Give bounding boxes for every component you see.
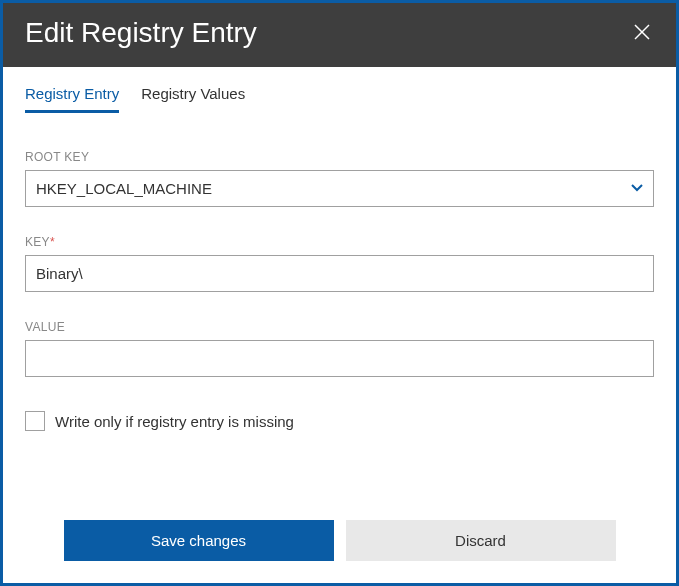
key-field: KEY* [25, 235, 654, 292]
dialog-header: Edit Registry Entry [3, 3, 676, 67]
tab-registry-entry[interactable]: Registry Entry [25, 85, 119, 113]
dialog-title: Edit Registry Entry [25, 17, 257, 49]
root-key-select-wrapper [25, 170, 654, 207]
key-input[interactable] [25, 255, 654, 292]
root-key-field: ROOT KEY [25, 150, 654, 207]
write-only-checkbox[interactable] [25, 411, 45, 431]
dialog-body: Registry Entry Registry Values ROOT KEY … [3, 67, 676, 583]
root-key-select[interactable] [25, 170, 654, 207]
key-label: KEY* [25, 235, 654, 249]
write-only-row: Write only if registry entry is missing [25, 411, 654, 431]
edit-registry-dialog: Edit Registry Entry Registry Entry Regis… [0, 0, 679, 586]
required-marker: * [50, 235, 55, 249]
discard-button[interactable]: Discard [346, 520, 616, 561]
tab-bar: Registry Entry Registry Values [25, 85, 654, 114]
root-key-label: ROOT KEY [25, 150, 654, 164]
value-label: VALUE [25, 320, 654, 334]
tab-registry-values[interactable]: Registry Values [141, 85, 245, 113]
value-input[interactable] [25, 340, 654, 377]
close-icon[interactable] [630, 20, 654, 47]
save-button[interactable]: Save changes [64, 520, 334, 561]
write-only-label: Write only if registry entry is missing [55, 413, 294, 430]
dialog-footer: Save changes Discard [25, 496, 654, 583]
key-label-text: KEY [25, 235, 50, 249]
value-field: VALUE [25, 320, 654, 377]
